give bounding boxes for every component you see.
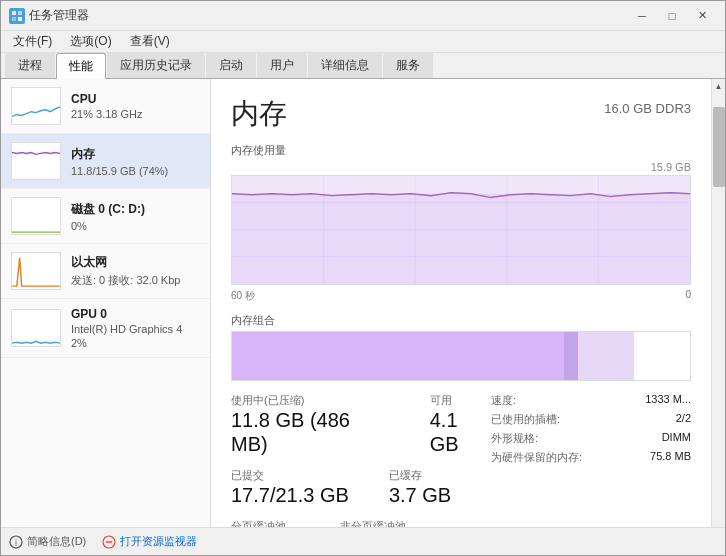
stat-cached: 已缓存 3.7 GB bbox=[389, 468, 451, 507]
composition-free bbox=[634, 332, 690, 380]
paged-pool-label: 分页缓冲池 bbox=[231, 519, 300, 527]
cached-label: 已缓存 bbox=[389, 468, 451, 483]
info-speed-row: 速度: 1333 M... bbox=[491, 393, 691, 408]
slots-label: 已使用的插槽: bbox=[491, 412, 560, 427]
close-button[interactable]: ✕ bbox=[687, 6, 717, 26]
info-slots-row: 已使用的插槽: 2/2 bbox=[491, 412, 691, 427]
gpu-name: GPU 0 bbox=[71, 307, 182, 321]
form-value: DIMM bbox=[662, 431, 691, 446]
stat-row-3: 分页缓冲池 458 MB 非分页缓冲池 267 MB bbox=[231, 519, 491, 527]
gpu-value: Intel(R) HD Graphics 4 bbox=[71, 323, 182, 335]
tab-users[interactable]: 用户 bbox=[257, 52, 307, 78]
stats-right: 速度: 1333 M... 已使用的插槽: 2/2 外形规格: DIMM 为 bbox=[491, 393, 691, 527]
monitor-icon bbox=[102, 535, 116, 549]
task-manager-window: 任务管理器 ─ □ ✕ 文件(F) 选项(O) 查看(V) 进程 性能 应用历史… bbox=[0, 0, 726, 556]
tab-startup[interactable]: 启动 bbox=[206, 52, 256, 78]
app-icon bbox=[9, 8, 25, 24]
form-label: 外形规格: bbox=[491, 431, 538, 446]
committed-label: 已提交 bbox=[231, 468, 349, 483]
stat-nonpaged-pool: 非分页缓冲池 267 MB bbox=[340, 519, 409, 527]
svg-rect-2 bbox=[12, 17, 16, 21]
cpu-name: CPU bbox=[71, 92, 143, 106]
open-resource-monitor-button[interactable]: 打开资源监视器 bbox=[102, 534, 197, 549]
sidebar: CPU 21% 3.18 GHz 内存 11.8/15.9 GB (74%) bbox=[1, 79, 211, 527]
window-controls: ─ □ ✕ bbox=[627, 6, 717, 26]
time-right: 0 bbox=[685, 289, 691, 303]
sidebar-item-gpu[interactable]: GPU 0 Intel(R) HD Graphics 4 2% bbox=[1, 299, 210, 358]
time-left: 60 秒 bbox=[231, 289, 255, 303]
sidebar-item-disk[interactable]: 磁盘 0 (C: D:) 0% bbox=[1, 189, 210, 244]
menu-file[interactable]: 文件(F) bbox=[5, 31, 60, 52]
ethernet-info: 以太网 发送: 0 接收: 32.0 Kbp bbox=[71, 254, 180, 288]
gpu-value2: 2% bbox=[71, 337, 182, 349]
svg-rect-4 bbox=[12, 88, 60, 124]
composition-used bbox=[232, 332, 564, 380]
tab-app-history[interactable]: 应用历史记录 bbox=[107, 52, 205, 78]
svg-rect-5 bbox=[12, 143, 60, 179]
maximize-button[interactable]: □ bbox=[657, 6, 687, 26]
menu-bar: 文件(F) 选项(O) 查看(V) bbox=[1, 31, 725, 53]
window-title: 任务管理器 bbox=[29, 7, 89, 24]
menu-view[interactable]: 查看(V) bbox=[122, 31, 178, 52]
panel-subtitle: 16.0 GB DDR3 bbox=[604, 101, 691, 116]
memory-mini-chart bbox=[11, 142, 61, 180]
sidebar-item-memory[interactable]: 内存 11.8/15.9 GB (74%) bbox=[1, 134, 210, 189]
tab-services[interactable]: 服务 bbox=[383, 52, 433, 78]
scroll-thumb[interactable] bbox=[713, 107, 725, 187]
tab-bar: 进程 性能 应用历史记录 启动 用户 详细信息 服务 bbox=[1, 53, 725, 79]
chart-time-labels: 60 秒 0 bbox=[231, 289, 691, 303]
stat-available: 可用 4.1 GB bbox=[430, 393, 491, 456]
stat-row-1: 使用中(已压缩) 11.8 GB (486 MB) 可用 4.1 GB bbox=[231, 393, 491, 468]
memory-info: 内存 11.8/15.9 GB (74%) bbox=[71, 146, 168, 177]
summary-info-button[interactable]: i 简略信息(D) bbox=[9, 534, 86, 549]
scrollbar[interactable]: ▲ bbox=[711, 79, 725, 527]
minimize-button[interactable]: ─ bbox=[627, 6, 657, 26]
svg-marker-16 bbox=[232, 193, 690, 284]
stats-container: 使用中(已压缩) 11.8 GB (486 MB) 可用 4.1 GB 已提交 … bbox=[231, 393, 691, 527]
sidebar-item-ethernet[interactable]: 以太网 发送: 0 接收: 32.0 Kbp bbox=[1, 244, 210, 299]
title-bar: 任务管理器 ─ □ ✕ bbox=[1, 1, 725, 31]
ethernet-value: 发送: 0 接收: 32.0 Kbp bbox=[71, 273, 180, 288]
tab-processes[interactable]: 进程 bbox=[5, 52, 55, 78]
in-use-label: 使用中(已压缩) bbox=[231, 393, 390, 408]
composition-label: 内存组合 bbox=[231, 313, 691, 328]
cpu-info: CPU 21% 3.18 GHz bbox=[71, 92, 143, 120]
disk-value: 0% bbox=[71, 220, 145, 232]
scroll-up-arrow[interactable]: ▲ bbox=[712, 79, 726, 93]
svg-rect-3 bbox=[18, 17, 22, 21]
monitor-link[interactable]: 打开资源监视器 bbox=[120, 534, 197, 549]
tab-performance[interactable]: 性能 bbox=[56, 53, 106, 79]
panel-header: 内存 16.0 GB DDR3 bbox=[231, 95, 691, 133]
memory-usage-chart bbox=[231, 175, 691, 285]
speed-label: 速度: bbox=[491, 393, 516, 408]
sidebar-item-cpu[interactable]: CPU 21% 3.18 GHz bbox=[1, 79, 210, 134]
disk-name: 磁盘 0 (C: D:) bbox=[71, 201, 145, 218]
cpu-mini-chart bbox=[11, 87, 61, 125]
usage-max-row: 15.9 GB bbox=[231, 161, 691, 173]
composition-standby bbox=[578, 332, 634, 380]
bottom-bar: i 简略信息(D) 打开资源监视器 bbox=[1, 527, 725, 555]
memory-name: 内存 bbox=[71, 146, 168, 163]
usage-max-value: 15.9 GB bbox=[651, 161, 691, 173]
stat-paged-pool: 分页缓冲池 458 MB bbox=[231, 519, 300, 527]
cached-value: 3.7 GB bbox=[389, 483, 451, 507]
stat-committed: 已提交 17.7/21.3 GB bbox=[231, 468, 349, 507]
available-value: 4.1 GB bbox=[430, 408, 491, 456]
main-panel: 内存 16.0 GB DDR3 内存使用量 15.9 GB bbox=[211, 79, 711, 527]
usage-chart-label: 内存使用量 bbox=[231, 143, 691, 158]
menu-options[interactable]: 选项(O) bbox=[62, 31, 119, 52]
memory-composition-chart bbox=[231, 331, 691, 381]
gpu-info: GPU 0 Intel(R) HD Graphics 4 2% bbox=[71, 307, 182, 349]
content-area: CPU 21% 3.18 GHz 内存 11.8/15.9 GB (74%) bbox=[1, 79, 725, 527]
stat-row-2: 已提交 17.7/21.3 GB 已缓存 3.7 GB bbox=[231, 468, 491, 519]
disk-mini-chart bbox=[11, 197, 61, 235]
ethernet-mini-chart bbox=[11, 252, 61, 290]
stats-left: 使用中(已压缩) 11.8 GB (486 MB) 可用 4.1 GB 已提交 … bbox=[231, 393, 491, 527]
panel-title-block: 内存 bbox=[231, 95, 287, 133]
ethernet-name: 以太网 bbox=[71, 254, 180, 271]
committed-value: 17.7/21.3 GB bbox=[231, 483, 349, 507]
svg-text:i: i bbox=[15, 538, 17, 548]
stat-in-use: 使用中(已压缩) 11.8 GB (486 MB) bbox=[231, 393, 390, 456]
info-reserved-row: 为硬件保留的内存: 75.8 MB bbox=[491, 450, 691, 465]
tab-details[interactable]: 详细信息 bbox=[308, 52, 382, 78]
